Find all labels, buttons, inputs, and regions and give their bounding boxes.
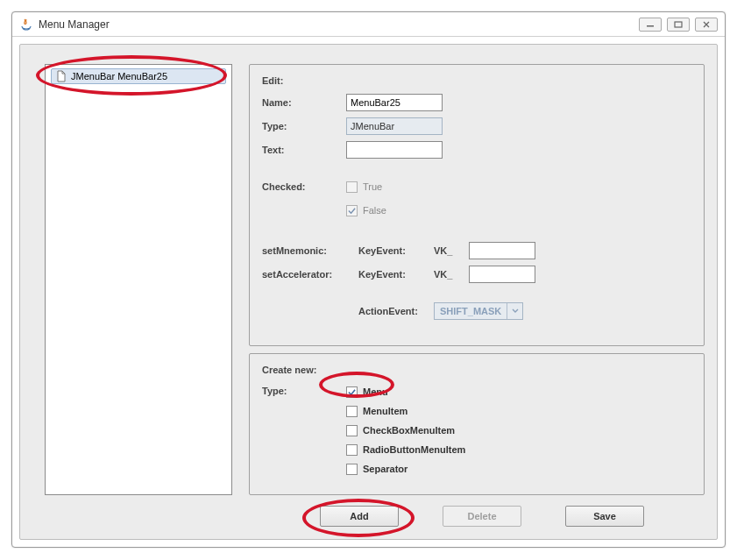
file-icon (55, 70, 67, 82)
minimize-button[interactable] (639, 18, 662, 32)
accelerator-label: setAccelerator: (262, 269, 358, 280)
name-label: Name: (262, 97, 346, 108)
tree-item-menubar[interactable]: JMenuBar MenuBar25 (51, 68, 226, 84)
tree-panel[interactable]: JMenuBar MenuBar25 (45, 64, 232, 495)
checked-false-checkbox[interactable] (346, 205, 358, 216)
type-option-label: MenuItem (363, 406, 407, 416)
type-label: Type: (262, 121, 346, 131)
create-section-title: Create new: (262, 365, 691, 375)
checked-true-row[interactable]: True (346, 178, 382, 195)
window-buttons (639, 18, 718, 32)
type-option-menuitem[interactable]: MenuItem (346, 401, 691, 421)
type-option-separator[interactable]: Separator (346, 459, 691, 478)
type-option-label: Separator (363, 464, 407, 474)
type-option-label: CheckBoxMenuItem (363, 425, 455, 436)
mnemonic-vk-label: VK_ (434, 245, 469, 256)
accelerator-keyevent-label: KeyEvent: (358, 269, 434, 280)
checked-false-row[interactable]: False (346, 202, 386, 219)
actionevent-value: SHIFT_MASK (435, 306, 507, 316)
type-option-menu[interactable]: Menu (346, 382, 691, 401)
svg-rect-1 (675, 22, 682, 27)
mnemonic-keyevent-label: KeyEvent: (358, 245, 434, 256)
titlebar: Menu Manager (12, 12, 725, 37)
close-button[interactable] (695, 18, 718, 32)
maximize-button[interactable] (667, 18, 690, 32)
name-input[interactable] (346, 94, 443, 111)
type-option-radiobuttonmenuitem-checkbox[interactable] (346, 444, 358, 456)
edit-panel: Edit: Name: Type: Text: Checked: True (249, 64, 705, 346)
svg-rect-0 (647, 25, 654, 27)
type-input (346, 117, 443, 135)
window-frame: Menu Manager JMenuBar MenuBar25 (11, 11, 726, 548)
chevron-down-icon[interactable] (507, 303, 522, 319)
create-panel: Create new: Type: Menu MenuItem CheckBox… (249, 353, 705, 495)
client-area: JMenuBar MenuBar25 Edit: Name: Type: Tex… (19, 44, 718, 540)
java-icon (19, 18, 33, 32)
text-input[interactable] (346, 141, 443, 159)
accelerator-vk-label: VK_ (434, 269, 469, 280)
text-label: Text: (262, 145, 346, 155)
type-option-radiobuttonmenuitem[interactable]: RadioButtonMenuItem (346, 440, 691, 459)
mnemonic-label: setMnemonic: (262, 245, 358, 256)
type-option-label: Menu (363, 386, 388, 397)
mnemonic-input[interactable] (469, 242, 535, 259)
button-bar: Add Delete Save (320, 506, 644, 527)
type-option-checkboxmenuitem-checkbox[interactable] (346, 425, 358, 436)
edit-section-title: Edit: (262, 75, 691, 86)
actionevent-label: ActionEvent: (358, 306, 434, 316)
type-option-label: RadioButtonMenuItem (363, 444, 465, 455)
type-option-menuitem-checkbox[interactable] (346, 406, 358, 417)
add-button[interactable]: Add (320, 506, 399, 527)
actionevent-combo[interactable]: SHIFT_MASK (434, 302, 523, 320)
type-option-separator-checkbox[interactable] (346, 464, 358, 475)
accelerator-input[interactable] (469, 266, 535, 283)
checked-label: Checked: (262, 181, 346, 192)
delete-button[interactable]: Delete (443, 506, 521, 527)
create-type-label: Type: (262, 386, 287, 396)
window-title: Menu Manager (39, 18, 110, 31)
tree-item-label: JMenuBar MenuBar25 (71, 71, 167, 82)
checked-false-label: False (363, 205, 386, 216)
type-option-menu-checkbox[interactable] (346, 386, 358, 398)
save-button[interactable]: Save (565, 506, 644, 527)
checked-true-checkbox[interactable] (346, 181, 358, 193)
checked-true-label: True (363, 181, 382, 192)
type-option-checkboxmenuitem[interactable]: CheckBoxMenuItem (346, 421, 691, 440)
